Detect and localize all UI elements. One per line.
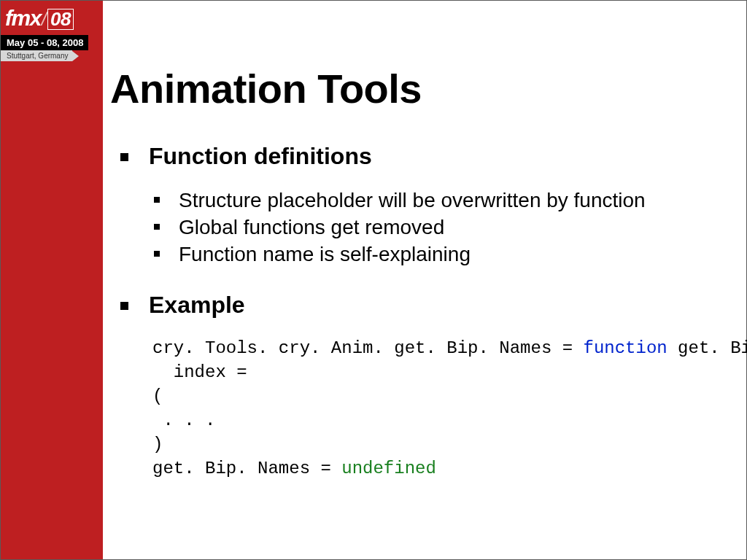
heading-function-definitions: Function definitions — [149, 143, 372, 170]
keyword-undefined: undefined — [341, 459, 436, 478]
code-text: ) — [152, 435, 163, 454]
logo-title-row: fmx / 08 — [1, 6, 99, 31]
sub-bullet-text: Structure placeholder will be overwritte… — [179, 187, 646, 214]
slide: fmx / 08 May 05 - 08, 2008 Stuttgart, Ge… — [0, 0, 747, 560]
code-text: get. Bip. Names = — [152, 459, 341, 478]
bullet-level1: Function definitions — [110, 143, 732, 170]
code-text: index = — [152, 362, 247, 382]
square-bullet-icon — [154, 197, 160, 203]
sidebar: fmx / 08 May 05 - 08, 2008 Stuttgart, Ge… — [1, 1, 103, 559]
code-text: . . . — [152, 411, 215, 430]
keyword-function: function — [584, 338, 667, 358]
square-bullet-icon — [154, 251, 160, 257]
square-bullet-icon — [120, 153, 128, 161]
logo-dates: May 05 - 08, 2008 — [1, 35, 88, 50]
code-text: ( — [152, 386, 163, 406]
code-text: get. Bip. Names — [667, 338, 747, 358]
bullet-level2: Structure placeholder will be overwritte… — [110, 187, 732, 214]
sub-bullet-text: Global functions get removed — [179, 214, 444, 241]
sub-bullet-text: Function name is self-explaining — [179, 241, 471, 268]
code-text: cry. Tools. cry. Anim. get. Bip. Names = — [152, 338, 584, 358]
square-bullet-icon — [154, 224, 160, 230]
event-logo: fmx / 08 May 05 - 08, 2008 Stuttgart, Ge… — [1, 6, 99, 61]
arrow-right-icon — [72, 51, 79, 61]
square-bullet-icon — [120, 302, 128, 310]
heading-example: Example — [149, 292, 245, 319]
logo-year: 08 — [47, 9, 74, 30]
bullet-level1: Example — [110, 292, 732, 319]
slide-content: Animation Tools Function definitions Str… — [110, 65, 732, 481]
slide-title: Animation Tools — [110, 65, 732, 112]
logo-location: Stuttgart, Germany — [1, 50, 72, 61]
bullet-level2: Function name is self-explaining — [110, 241, 732, 268]
bullet-level2: Global functions get removed — [110, 214, 732, 241]
logo-brand-text: fmx — [5, 6, 41, 31]
sub-bullets: Structure placeholder will be overwritte… — [110, 187, 732, 268]
logo-slash: / — [42, 8, 47, 31]
logo-location-row: Stuttgart, Germany — [1, 50, 99, 61]
code-block: cry. Tools. cry. Anim. get. Bip. Names =… — [152, 336, 732, 481]
